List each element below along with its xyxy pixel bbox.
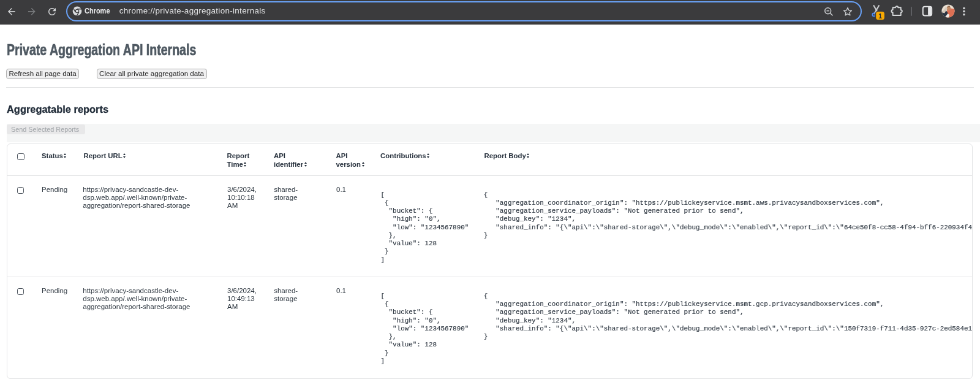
svg-text:1: 1 xyxy=(878,12,882,20)
